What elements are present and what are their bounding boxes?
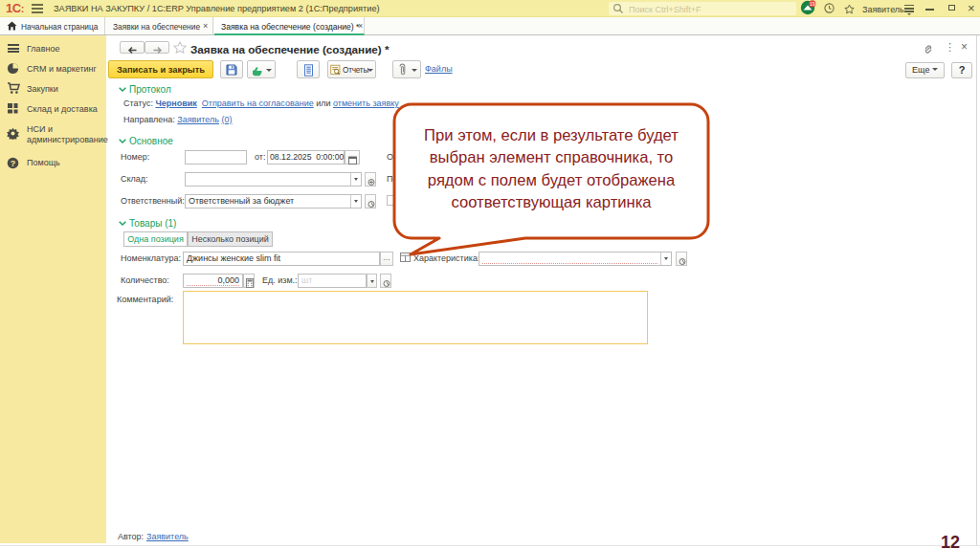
svg-text:19: 19 — [810, 1, 815, 7]
